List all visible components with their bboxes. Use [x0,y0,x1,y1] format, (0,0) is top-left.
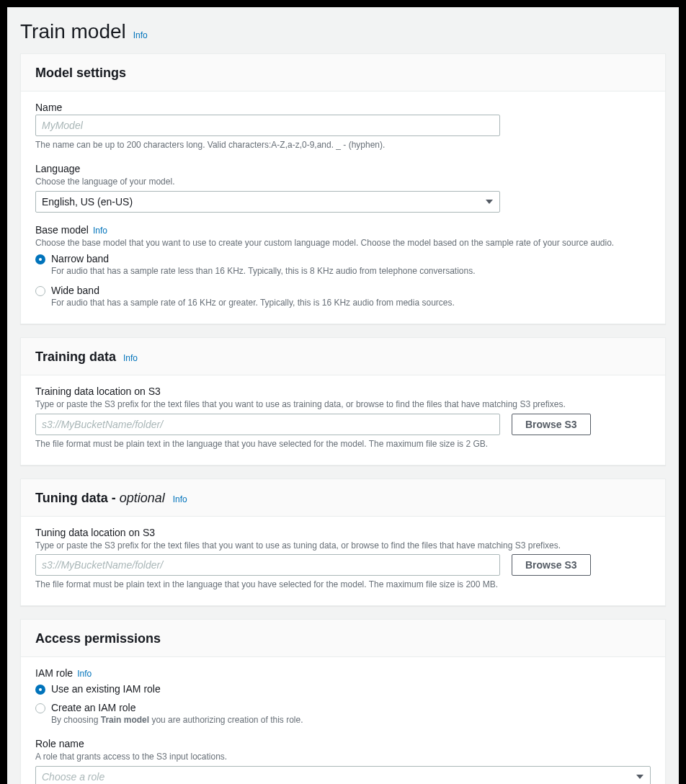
panel-title-access-permissions: Access permissions [35,631,161,646]
page-header: Train model Info [7,20,679,53]
tuning-location-label: Tuning data location on S3 [35,527,651,538]
panel-header-training-data: Training data Info [21,338,665,375]
page-info-link[interactable]: Info [133,30,148,40]
radio-desc: For audio that has a sample rate of 16 K… [51,297,651,309]
role-name-label: Role name [35,738,651,749]
iam-role-info-link[interactable]: Info [77,669,92,679]
training-location-hint: The file format must be plain text in th… [35,438,651,450]
training-location-description: Type or paste the S3 prefix for the text… [35,398,651,411]
panel-access-permissions: Access permissions IAM role Info Use an … [20,619,666,784]
field-iam-role: IAM role Info Use an existing IAM role C… [35,667,651,726]
name-hint: The name can be up to 200 characters lon… [35,139,651,151]
radio-icon [35,685,45,695]
radio-desc: For audio that has a sample rate less th… [51,265,651,277]
radio-label: Create an IAM role [51,702,651,713]
panel-body-training-data: Training data location on S3 Type or pas… [21,375,665,465]
radio-use-existing-iam-role[interactable]: Use an existing IAM role [35,683,651,695]
name-input[interactable] [35,115,500,136]
field-name: Name The name can be up to 200 character… [35,102,651,151]
panel-body-model-settings: Name The name can be up to 200 character… [21,92,665,324]
tuning-data-info-link[interactable]: Info [173,494,187,504]
panel-header-model-settings: Model settings [21,54,665,92]
base-model-radio-group: Narrow band For audio that has a sample … [35,253,651,309]
radio-create-iam-role[interactable]: Create an IAM role By choosing Train mod… [35,702,651,726]
radio-icon [35,286,45,296]
role-name-description: A role that grants access to the S3 inpu… [35,751,651,763]
field-training-location: Training data location on S3 Type or pas… [35,386,651,450]
field-role-name: Role name A role that grants access to t… [35,738,651,784]
tuning-location-description: Type or paste the S3 prefix for the text… [35,540,651,552]
radio-desc: By choosing Train model you are authoriz… [51,714,651,726]
radio-icon [35,703,45,713]
panel-model-settings: Model settings Name The name can be up t… [20,53,666,324]
name-label: Name [35,102,651,113]
radio-narrow-band[interactable]: Narrow band For audio that has a sample … [35,253,651,277]
panel-title-tuning-data: Tuning data - optional [35,491,169,505]
language-select-wrap: English, US (en-US) [35,191,500,213]
language-select[interactable]: English, US (en-US) [35,191,500,213]
tuning-location-hint: The file format must be plain text in th… [35,579,651,591]
base-model-info-link[interactable]: Info [93,226,107,236]
training-location-label: Training data location on S3 [35,386,651,397]
training-browse-s3-button[interactable]: Browse S3 [512,414,591,435]
language-label: Language [35,163,651,174]
panel-body-tuning-data: Tuning data location on S3 Type or paste… [21,517,665,606]
tuning-title-text: Tuning data - [35,491,120,505]
language-description: Choose the language of your model. [35,176,651,188]
panel-training-data: Training data Info Training data locatio… [20,337,666,466]
radio-label: Wide band [51,285,651,296]
tuning-browse-s3-button[interactable]: Browse S3 [512,554,591,576]
radio-icon [35,254,45,264]
base-model-label: Base model [35,224,89,236]
panel-header-access-permissions: Access permissions [21,620,665,657]
radio-label: Narrow band [51,253,651,264]
radio-wide-band[interactable]: Wide band For audio that has a sample ra… [35,285,651,309]
training-data-info-link[interactable]: Info [123,353,138,363]
panel-title-model-settings: Model settings [35,66,126,80]
field-tuning-location: Tuning data location on S3 Type or paste… [35,527,651,592]
field-language: Language Choose the language of your mod… [35,163,651,213]
panel-header-tuning-data: Tuning data - optional Info [21,479,665,517]
panel-body-access-permissions: IAM role Info Use an existing IAM role C… [21,657,665,784]
field-base-model: Base model Info Choose the base model th… [35,224,651,309]
training-location-input[interactable] [35,414,500,435]
iam-role-label: IAM role [35,667,73,679]
role-name-select-wrap: Choose a role [35,766,651,784]
base-model-description: Choose the base model that you want to u… [35,237,651,249]
tuning-optional-text: optional [120,491,165,505]
radio-label: Use an existing IAM role [51,683,651,695]
panel-tuning-data: Tuning data - optional Info Tuning data … [20,478,666,607]
page-title: Train model [20,20,126,43]
iam-role-radio-group: Use an existing IAM role Create an IAM r… [35,683,651,726]
role-name-select[interactable]: Choose a role [35,766,651,784]
tuning-location-input[interactable] [35,554,500,576]
page-container: Train model Info Model settings Name The… [7,7,679,784]
panel-title-training-data: Training data [35,349,116,364]
